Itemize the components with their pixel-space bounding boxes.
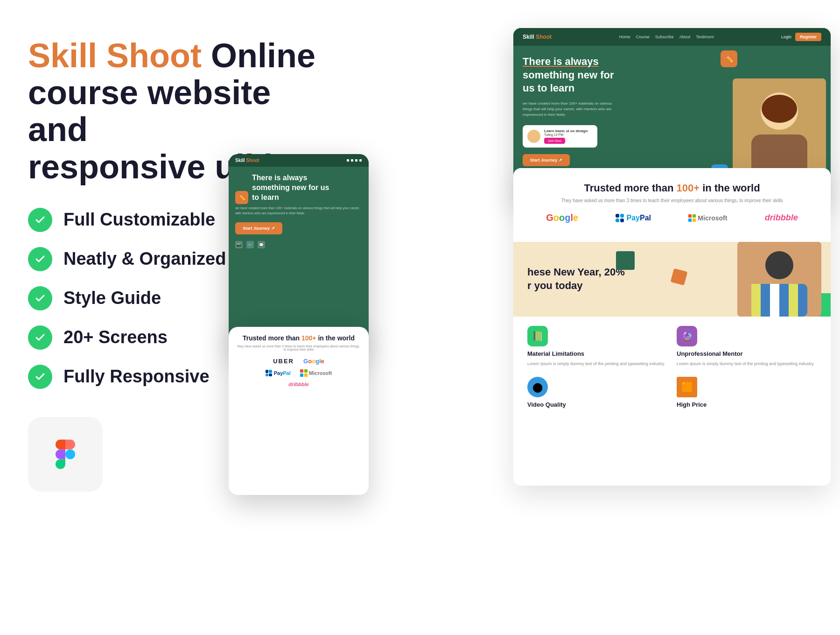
google-logo: Google [546,212,578,223]
mobile-discord-icon[interactable]: 💬 [258,241,265,248]
material-desc: Lorem Ipsum is simply dummy text of the … [527,361,667,367]
mobile-brand-logos: UBER Google PayPal [236,358,361,387]
mentor-title: Unprofessional Mentor [677,350,817,357]
mobile-brand-highlight: Shoot [246,158,259,163]
hero-desc: we have created more than 100+ materials… [523,101,616,118]
trusted-section: Trusted more than 100+ in the world They… [513,168,831,242]
nav-brand: Skill Shoot [523,34,552,40]
feature-label-4: 20+ Screens [63,327,168,347]
check-icon-5 [28,365,52,389]
title-highlight: Skill Shoot [28,37,202,74]
nav-actions: Login Register [781,33,821,41]
promo-green-square [616,251,635,270]
trusted-desc: They have asked us more than 3 times to … [527,198,817,203]
hero-title: There is always something new forus to l… [523,55,687,95]
paypal-text: PayPal [626,214,651,222]
mobile-menu-icon[interactable] [347,159,362,162]
svg-rect-7 [751,284,761,317]
mobile-brand-row-2: PayPal Microsoft [266,369,332,377]
learn-card-subtitle: Tuling 13 PM [544,133,588,136]
brand-logos: Google PayPal Microsoft dribbble [527,212,817,223]
trusted-highlight: 100+ [676,182,700,194]
nav-link-home: Home [619,35,630,39]
price-icon: 🟧 [677,377,697,397]
mobile-microsoft-logo: Microsoft [300,369,332,377]
feature-card-price: 🟧 High Price [677,377,817,412]
mobile-brand-row-3: dribbble [288,381,308,387]
svg-point-3 [762,95,797,123]
feature-label-1: Full Customizable [63,210,215,230]
material-title: Material Limitations [527,350,667,357]
mentor-icon: 🔮 [677,326,697,346]
check-icon-4 [28,325,52,350]
feature-card-mentor: 🔮 Unprofessional Mentor Lorem Ipsum is s… [677,326,817,367]
mobile-twitter-icon[interactable]: 🐦 [246,241,254,248]
checkmark-3 [35,293,46,304]
mobile-hero-title: There is alwayssomething new for usto le… [252,173,362,202]
mobile-microsoft-text: Microsoft [309,370,332,376]
price-title: High Price [677,401,817,408]
figma-logo-icon [47,436,84,473]
float-pencil-icon: ✏️ [721,50,737,67]
video-title: Video Quality [527,401,667,408]
nav-register[interactable]: Register [795,33,821,41]
bottom-features: 📗 Material Limitations Lorem Ipsum is si… [513,317,831,421]
right-screen: Trusted more than 100+ in the world They… [513,168,831,486]
feature-card-video: ⬤ Video Quality [527,377,667,412]
checkmark-4 [35,332,46,343]
svg-rect-8 [770,284,779,317]
learn-card: Learn basic ui ux design Tuling 13 PM Jo… [523,125,597,148]
learn-card-info: Learn basic ui ux design Tuling 13 PM Jo… [544,129,588,144]
feature-label-3: Style Guide [63,288,161,308]
check-icon-3 [28,286,52,310]
mobile-screen: Skill Shoot ✏️ There is alwayssomething … [229,154,369,350]
promo-person-svg [737,242,821,317]
svg-point-5 [765,251,793,279]
mobile-start-journey-button[interactable]: Start Journey ↗ [235,222,282,234]
mobile-content: ✏️ There is alwayssomething new for usto… [229,167,369,255]
mobile-dribbble-logo: dribbble [288,381,308,387]
microsoft-logo: Microsoft [688,214,727,222]
mobile-instagram-icon[interactable]: 📷 [235,241,243,248]
check-icon-1 [28,208,52,232]
mobile-paypal-logo: PayPal [266,370,291,376]
mobile-social-links: 📷 🐦 💬 [235,241,362,248]
learn-card-title: Learn basic ui ux design [544,129,588,133]
checkmark-2 [35,254,46,265]
checkmark-5 [35,371,46,382]
trusted-title: Trusted more than 100+ in the world [527,182,817,194]
promo-text: hese New Year, 20%r you today [527,266,625,292]
nav-link-about: About [679,35,691,39]
promo-orange-square [671,268,688,286]
paypal-icon [616,214,624,222]
start-journey-button[interactable]: Start Journey ↗ [523,154,570,166]
nav-link-subscribe: Subscribe [655,35,674,39]
mobile-hero-desc: we have created more than 100+ materials… [235,206,362,216]
svg-rect-9 [789,284,798,317]
mobile-google-logo: Google [303,358,324,365]
video-icon: ⬤ [527,377,548,397]
mobile-ms-grid [300,369,308,377]
material-icon: 📗 [527,326,548,346]
promo-text-container: hese New Year, 20%r you today [527,266,625,292]
mobile-trusted-content: Trusted more than 100+ in the world they… [229,327,369,395]
nav-link-testimoni: Testimoni [696,35,714,39]
nav-login[interactable]: Login [781,35,791,39]
paypal-logo: PayPal [616,214,651,222]
mobile-brand: Skill Shoot [235,158,259,163]
screen-nav: Skill Shoot Home Course Subscribe About … [513,28,831,46]
feature-label-5: Fully Responsive [63,367,210,387]
checkmark-1 [35,214,46,226]
mobile-trusted-highlight: 100+ [301,334,316,342]
nav-links: Home Course Subscribe About Testimoni [619,35,714,39]
figma-badge [28,417,103,492]
ms-icon [688,214,696,222]
check-icon-2 [28,247,52,271]
join-now-button[interactable]: Join Now [544,138,565,144]
mobile-brand-row-1: UBER Google [273,358,324,365]
mobile-nav: Skill Shoot [229,154,369,167]
mobile-paypal-text: PayPal [274,370,291,376]
nav-link-course: Course [636,35,650,39]
promo-person-image [737,242,821,317]
feature-card-material: 📗 Material Limitations Lorem Ipsum is si… [527,326,667,367]
